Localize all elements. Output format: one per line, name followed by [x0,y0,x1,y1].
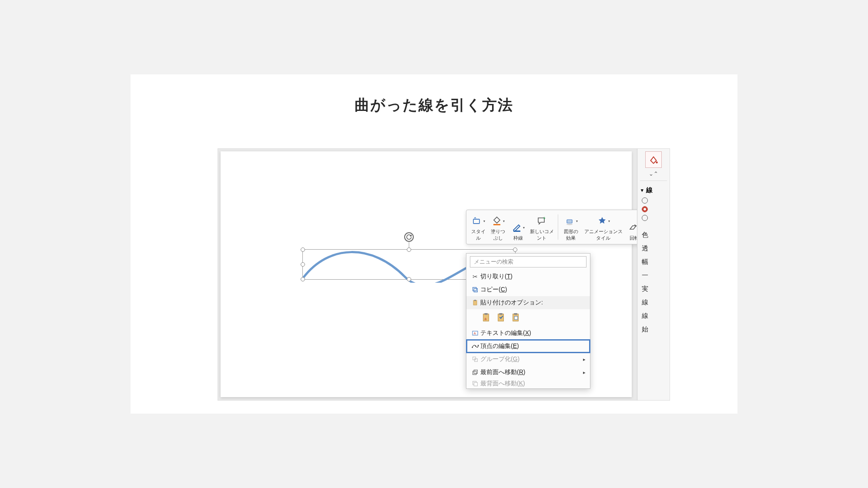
svg-rect-17 [514,316,517,319]
expand-all-icon[interactable]: ⌄⌃ [637,170,670,177]
svg-text:A: A [474,331,476,335]
side-label-compound: 一 [637,269,670,282]
side-label-join: 線 [637,309,670,323]
paste-option-2[interactable] [496,312,506,324]
clipboard-icon [470,299,480,307]
group-icon [470,356,480,363]
mini-toolbar: ▾ スタイル ▾ 塗りつぶし ▾ 枠線 + 新しいコメント ▾ 図形の効果 ▾ [466,210,647,244]
svg-rect-21 [475,346,476,347]
menu-bring-front[interactable]: 最前面へ移動(R) ▸ [466,366,590,379]
rotation-handle[interactable] [404,232,414,242]
paste-option-3[interactable] [511,312,521,324]
bring-front-icon [470,369,480,376]
svg-rect-23 [473,357,476,360]
powerpoint-screenshot: ▾ スタイル ▾ 塗りつぶし ▾ 枠線 + 新しいコメント ▾ 図形の効果 ▾ [218,148,670,401]
menu-edit-text[interactable]: A テキストの編集(X) [466,327,590,340]
svg-rect-13 [498,314,504,321]
copy-icon [470,286,480,293]
svg-point-5 [566,224,573,225]
shape-effects-button[interactable]: ▾ 図形の効果 [560,212,582,242]
resize-handle[interactable] [513,247,517,252]
menu-cut[interactable]: ✂ 切り取り(T) [466,270,590,283]
context-menu: メニューの検索 ✂ 切り取り(T) コピー(C) 貼り付けのオプション: a [466,253,590,389]
svg-rect-24 [475,359,478,362]
send-back-icon [470,380,480,387]
svg-rect-4 [567,220,572,223]
svg-rect-6 [474,288,477,292]
effects-icon [564,216,576,226]
fill-button[interactable]: ▾ 塗りつぶし [487,212,509,242]
line-section-header[interactable]: ▾線 [637,184,670,196]
side-label-color: 色 [637,228,670,242]
side-label-begin: 始 [637,323,670,336]
svg-rect-9 [474,300,476,301]
fill-line-tab-icon[interactable] [645,151,662,168]
svg-rect-14 [499,313,502,315]
svg-rect-16 [514,313,517,315]
slide: 曲がった線を引く方法 ▾ [131,74,737,414]
rotate-icon [406,234,412,240]
fill-icon [491,216,503,226]
edit-points-icon [470,343,480,350]
svg-rect-0 [473,219,479,224]
style-icon [472,216,483,226]
svg-rect-11 [484,313,487,315]
side-label-width: 幅 [637,255,670,269]
svg-rect-22 [478,345,479,346]
svg-rect-8 [473,301,477,305]
menu-copy[interactable]: コピー(C) [466,283,590,296]
format-shape-pane: ⌄⌃ ▾線 色 透 幅 一 実 線 線 始 [637,149,670,400]
line-option-none[interactable] [637,196,670,205]
menu-paste-options-label: 貼り付けのオプション: [466,296,590,309]
line-option-gradient[interactable] [637,214,670,222]
svg-point-29 [656,161,657,163]
svg-text:+: + [543,216,546,221]
submenu-arrow-icon: ▸ [583,370,586,375]
submenu-arrow-icon: ▸ [583,357,586,362]
resize-handle[interactable] [301,262,305,267]
svg-rect-7 [473,287,476,291]
comment-icon: + [536,216,547,226]
resize-handle[interactable] [407,277,411,281]
side-label-dash: 実 [637,282,670,296]
outline-button[interactable]: ▾ 枠線 [509,212,527,242]
svg-rect-1 [493,224,500,225]
new-comment-button[interactable]: + 新しいコメント [527,212,556,242]
svg-rect-20 [472,347,473,348]
svg-text:a: a [484,317,486,321]
paste-option-1[interactable]: a [481,312,492,324]
menu-send-back-partial: 最背面へ移動(K) [466,379,590,388]
menu-group: グループ化(G) ▸ [466,353,590,366]
svg-rect-2 [513,231,520,232]
side-label-cap: 線 [637,296,670,309]
svg-rect-28 [474,382,477,386]
resize-handle[interactable] [407,247,411,252]
style-button[interactable]: ▾ スタイル [469,212,487,242]
paste-options-row: a [466,309,590,327]
outline-icon [511,222,523,233]
edit-text-icon: A [470,330,480,337]
star-icon [597,216,608,226]
resize-handle[interactable] [301,277,305,281]
menu-search-input[interactable]: メニューの検索 [470,256,586,267]
line-option-solid[interactable] [637,205,670,214]
side-label-transparency: 透 [637,242,670,255]
scissors-icon: ✂ [470,273,480,280]
resize-handle[interactable] [301,247,305,252]
svg-rect-25 [474,370,477,374]
slide-title: 曲がった線を引く方法 [131,95,737,115]
animation-style-button[interactable]: ▾ アニメーションスタイル [582,212,625,242]
chevron-down-icon: ▾ [641,187,643,193]
menu-edit-points[interactable]: 頂点の編集(E) [466,340,590,353]
